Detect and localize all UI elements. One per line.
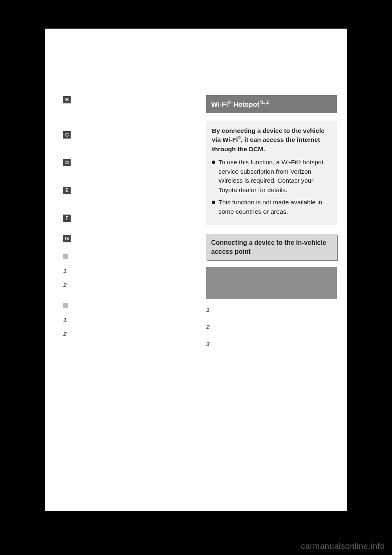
- info-bullet-1: To use this function, a Wi-Fi® hotspot s…: [212, 158, 331, 195]
- step-2a: 2: [63, 280, 71, 289]
- wifi-infobox: By connecting a device to the vehicle vi…: [206, 121, 337, 225]
- right-step-1: 1: [206, 305, 214, 314]
- left-column: B C D E F G 1 2: [63, 95, 194, 343]
- right-step-2: 2: [206, 322, 214, 331]
- header-rule: [61, 82, 331, 82]
- connecting-subhead: Connecting a device to the in-vehicle ac…: [206, 234, 337, 260]
- watermark: carmanualsonline.info: [301, 542, 385, 551]
- marker-e: E: [63, 187, 71, 194]
- subsection-bullet-2: [63, 303, 68, 308]
- reg-mark-icon: ®: [238, 136, 241, 140]
- marker-f: F: [63, 215, 71, 222]
- reg-mark-icon: ®: [228, 100, 231, 105]
- marker-g: G: [63, 235, 71, 242]
- infobox-lead: By connecting a device to the vehicle vi…: [212, 126, 331, 154]
- title-footnote: *1, 2: [259, 100, 269, 105]
- procedure-label-box: [206, 267, 337, 299]
- title-prefix: Wi-Fi: [211, 101, 228, 108]
- info-bullet-2: This function is not made available in s…: [212, 198, 331, 216]
- info-bullet-2-text: This function is not made available in s…: [218, 199, 322, 215]
- step-2b: 2: [63, 329, 71, 338]
- marker-b: B: [63, 96, 71, 103]
- marker-c: C: [63, 131, 71, 139]
- right-step-3: 3: [206, 340, 214, 349]
- wifi-hotspot-title: Wi-Fi® Hotspot*1, 2: [206, 95, 337, 113]
- right-column: Wi-Fi® Hotspot*1, 2 By connecting a devi…: [206, 95, 337, 356]
- manual-page: B C D E F G 1 2: [45, 29, 347, 511]
- step-1b: 1: [63, 316, 71, 324]
- title-suffix: Hotspot: [232, 101, 260, 108]
- step-1a: 1: [63, 266, 71, 275]
- info-bullet-1-text: To use this function, a Wi-Fi® hotspot s…: [218, 159, 323, 193]
- subsection-bullet-1: [63, 254, 68, 259]
- marker-d: D: [63, 159, 71, 166]
